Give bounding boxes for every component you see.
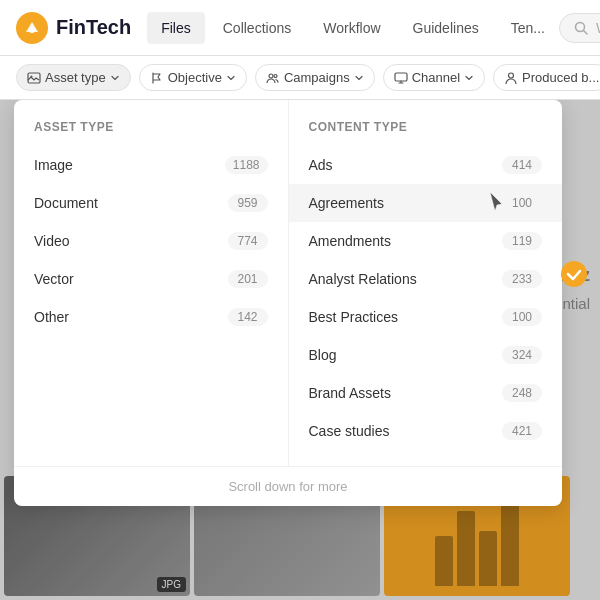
dropdown-item-amendments[interactable]: Amendments 119 bbox=[289, 222, 563, 260]
nav-tabs: Files Collections Workflow Guidelines Te… bbox=[147, 12, 559, 44]
col-header-asset-type: Asset type bbox=[14, 116, 288, 146]
item-count-vector: 201 bbox=[228, 270, 268, 288]
filterbar: Asset type Objective Campaigns Channel bbox=[0, 56, 600, 100]
svg-line-3 bbox=[583, 30, 587, 34]
dropdown-item-document[interactable]: Document 959 bbox=[14, 184, 288, 222]
dropdown-item-best-practices[interactable]: Best Practices 100 bbox=[289, 298, 563, 336]
filter-campaigns-label: Campaigns bbox=[284, 70, 350, 85]
fintech-logo-icon bbox=[16, 12, 48, 44]
image-icon bbox=[27, 71, 41, 85]
item-label-document: Document bbox=[34, 195, 98, 211]
item-label-ads: Ads bbox=[309, 157, 333, 173]
dropdown-item-other[interactable]: Other 142 bbox=[14, 298, 288, 336]
item-label-amendments: Amendments bbox=[309, 233, 391, 249]
item-count-best-practices: 100 bbox=[502, 308, 542, 326]
logo-area: FinTech bbox=[16, 12, 131, 44]
svg-point-9 bbox=[509, 73, 514, 78]
svg-point-10 bbox=[561, 261, 587, 287]
filter-produced-by-label: Produced b... bbox=[522, 70, 599, 85]
filter-asset-type-label: Asset type bbox=[45, 70, 106, 85]
chevron-down-icon-4 bbox=[464, 73, 474, 83]
filter-produced-by[interactable]: Produced b... bbox=[493, 64, 600, 91]
svg-point-1 bbox=[29, 27, 35, 33]
col-header-content-type: Content type bbox=[289, 116, 563, 146]
topbar: FinTech Files Collections Workflow Guide… bbox=[0, 0, 600, 56]
dropdown-item-video[interactable]: Video 774 bbox=[14, 222, 288, 260]
item-label-video: Video bbox=[34, 233, 70, 249]
nav-tab-more[interactable]: Ten... bbox=[497, 12, 559, 44]
dropdown-item-case-studies[interactable]: Case studies 421 bbox=[289, 412, 563, 450]
item-count-agreements: 100 bbox=[502, 194, 542, 212]
checkmark-badge bbox=[560, 260, 588, 292]
item-label-blog: Blog bbox=[309, 347, 337, 363]
svg-rect-8 bbox=[395, 73, 407, 81]
filter-channel-label: Channel bbox=[412, 70, 460, 85]
person-icon bbox=[504, 71, 518, 85]
dropdown-item-agreements[interactable]: Agreements 100 bbox=[289, 184, 563, 222]
dropdown-item-brand-assets[interactable]: Brand Assets 248 bbox=[289, 374, 563, 412]
nav-tab-guidelines[interactable]: Guidelines bbox=[399, 12, 493, 44]
main-content: JPG go horiz confidential Asset type Ima… bbox=[0, 100, 600, 600]
item-count-ads: 414 bbox=[502, 156, 542, 174]
item-count-image: 1188 bbox=[225, 156, 268, 174]
item-count-analyst-relations: 233 bbox=[502, 270, 542, 288]
filter-asset-type[interactable]: Asset type bbox=[16, 64, 131, 91]
item-count-brand-assets: 248 bbox=[502, 384, 542, 402]
chevron-down-icon bbox=[110, 73, 120, 83]
flag-icon bbox=[150, 71, 164, 85]
nav-tab-workflow[interactable]: Workflow bbox=[309, 12, 394, 44]
chevron-down-icon-3 bbox=[354, 73, 364, 83]
item-count-video: 774 bbox=[228, 232, 268, 250]
item-count-case-studies: 421 bbox=[502, 422, 542, 440]
dropdown-item-image[interactable]: Image 1188 bbox=[14, 146, 288, 184]
item-label-brand-assets: Brand Assets bbox=[309, 385, 392, 401]
dropdown-col-content-type: Content type Ads 414 Agreements 100 Amen… bbox=[289, 100, 563, 466]
item-count-document: 959 bbox=[228, 194, 268, 212]
item-label-agreements: Agreements bbox=[309, 195, 384, 211]
search-placeholder: Want to search bbox=[596, 20, 600, 36]
dropdown-columns: Asset type Image 1188 Document 959 Video… bbox=[14, 100, 562, 466]
people-icon bbox=[266, 71, 280, 85]
dropdown-item-blog[interactable]: Blog 324 bbox=[289, 336, 563, 374]
item-label-analyst-relations: Analyst Relations bbox=[309, 271, 417, 287]
item-count-blog: 324 bbox=[502, 346, 542, 364]
filter-channel[interactable]: Channel bbox=[383, 64, 485, 91]
dropdown-col-asset-type: Asset type Image 1188 Document 959 Video… bbox=[14, 100, 289, 466]
search-icon bbox=[574, 21, 588, 35]
filter-objective[interactable]: Objective bbox=[139, 64, 247, 91]
nav-tab-files[interactable]: Files bbox=[147, 12, 205, 44]
filter-objective-label: Objective bbox=[168, 70, 222, 85]
svg-point-6 bbox=[269, 74, 273, 78]
item-label-other: Other bbox=[34, 309, 69, 325]
item-count-other: 142 bbox=[228, 308, 268, 326]
dropdown-item-ads[interactable]: Ads 414 bbox=[289, 146, 563, 184]
svg-point-7 bbox=[274, 74, 277, 77]
item-label-case-studies: Case studies bbox=[309, 423, 390, 439]
scroll-more: Scroll down for more bbox=[14, 466, 562, 506]
logo-text: FinTech bbox=[56, 16, 131, 39]
item-label-best-practices: Best Practices bbox=[309, 309, 398, 325]
chevron-down-icon-2 bbox=[226, 73, 236, 83]
item-label-image: Image bbox=[34, 157, 73, 173]
cursor-icon bbox=[488, 190, 506, 212]
nav-tab-collections[interactable]: Collections bbox=[209, 12, 305, 44]
item-count-amendments: 119 bbox=[502, 232, 542, 250]
filter-campaigns[interactable]: Campaigns bbox=[255, 64, 375, 91]
monitor-icon bbox=[394, 71, 408, 85]
item-label-vector: Vector bbox=[34, 271, 74, 287]
dropdown-panel: Asset type Image 1188 Document 959 Video… bbox=[14, 100, 562, 506]
dropdown-item-vector[interactable]: Vector 201 bbox=[14, 260, 288, 298]
dropdown-item-analyst-relations[interactable]: Analyst Relations 233 bbox=[289, 260, 563, 298]
search-box[interactable]: Want to search bbox=[559, 13, 600, 43]
